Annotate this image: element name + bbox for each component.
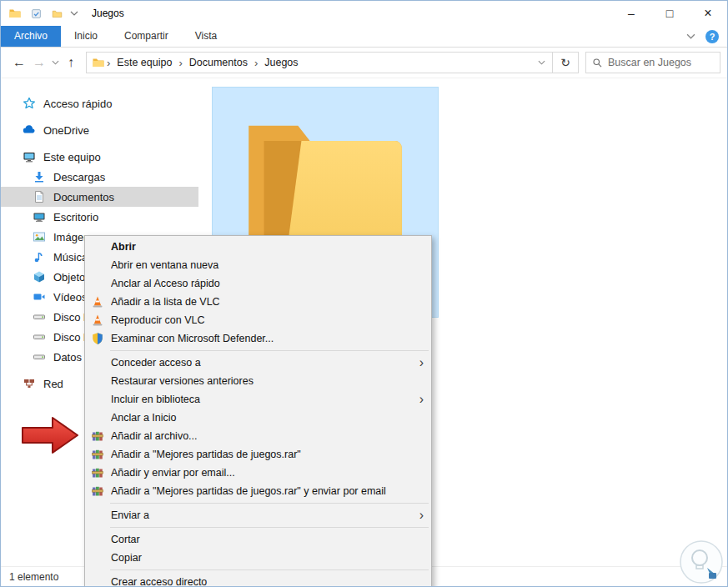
breadcrumb: ›Este equipo›Documentos›Juegos [107, 57, 305, 69]
winrar-icon [90, 429, 105, 443]
menu-item-label: Restaurar versiones anteriores [111, 375, 424, 387]
new-folder-icon[interactable] [49, 7, 64, 20]
menu-item-cortar[interactable]: Cortar [85, 530, 431, 549]
tab-archivo[interactable]: Archivo [1, 26, 61, 47]
menu-item-anadir-a-la-lista-de-vlc[interactable]: Añadir a la lista de VLC [85, 293, 431, 311]
breadcrumb-item-este-equipo[interactable]: Este equipo [110, 57, 178, 68]
drive-icon [33, 330, 46, 344]
qat-dropdown-icon[interactable] [70, 11, 78, 16]
menu-item-restaurar-versiones-anteriores[interactable]: Restaurar versiones anteriores [85, 372, 431, 390]
address-row: ← → ↑ ›Este equipo›Documentos›Juegos ↻ [1, 48, 727, 78]
no-icon [90, 240, 105, 253]
winrar-icon [90, 466, 105, 479]
quick-access-star-icon [23, 97, 36, 110]
history-dropdown-icon[interactable] [49, 60, 61, 65]
collapse-ribbon-icon[interactable] [686, 33, 695, 39]
properties-icon[interactable] [28, 7, 43, 20]
tab-inicio[interactable]: Inicio [61, 26, 111, 47]
folder-icon [92, 56, 107, 69]
menu-item-abrir-en-ventana-nueva[interactable]: Abrir en ventana nueva [85, 256, 431, 274]
vlc-icon [90, 314, 105, 327]
menu-item-label: Anclar a Inicio [111, 412, 424, 424]
menu-item-label: Cortar [111, 534, 424, 545]
maximize-button[interactable]: □ [650, 1, 689, 26]
address-bar[interactable]: ›Este equipo›Documentos›Juegos [86, 52, 553, 73]
sidebar-item-este-equipo[interactable]: Este equipo [1, 147, 198, 167]
menu-item-crear-acceso-directo[interactable]: Crear acceso directo [85, 573, 431, 587]
menu-item-anclar-al-acceso-rapido[interactable]: Anclar al Acceso rápido [85, 274, 431, 293]
network-icon [23, 377, 36, 390]
sidebar-item-documentos[interactable]: Documentos [1, 187, 198, 207]
search-input[interactable] [608, 57, 714, 68]
menu-item-reproducir-con-vlc[interactable]: Reproducir con VLC [85, 311, 431, 329]
vlc-icon [90, 295, 105, 309]
breadcrumb-item-documentos[interactable]: Documentos [183, 57, 254, 68]
no-icon [90, 356, 105, 369]
submenu-arrow-icon: › [419, 356, 424, 369]
help-icon[interactable]: ? [705, 30, 719, 43]
search-box[interactable] [585, 52, 720, 73]
no-icon [90, 374, 105, 388]
objects-3d-icon [33, 270, 46, 283]
videos-icon [33, 290, 46, 304]
minimize-button[interactable]: – [612, 1, 650, 26]
no-icon [90, 575, 105, 587]
sidebar-item-acceso-rapido[interactable]: Acceso rápido [1, 93, 198, 113]
sidebar-item-escritorio[interactable]: Escritorio [1, 207, 198, 227]
sidebar-item-label: Este equipo [43, 151, 101, 163]
sidebar-item-descargas[interactable]: Descargas [1, 167, 198, 187]
no-icon [90, 551, 105, 564]
music-icon [33, 250, 46, 263]
onedrive-cloud-icon [23, 123, 36, 137]
menu-item-label: Abrir [111, 241, 424, 253]
sidebar-item-label: Descargas [53, 171, 105, 183]
no-icon [90, 258, 105, 272]
sidebar-item-label: OneDrive [43, 124, 89, 137]
menu-item-label: Anclar al Acceso rápido [111, 278, 424, 289]
menu-item-conceder-acceso-a[interactable]: Conceder acceso a› [85, 354, 431, 372]
forward-button[interactable]: → [29, 56, 49, 69]
menu-item-anclar-a-inicio[interactable]: Anclar a Inicio [85, 409, 431, 427]
menu-item-label: Enviar a [111, 509, 419, 521]
menu-item-label: Crear acceso directo [111, 576, 424, 587]
downloads-icon [33, 170, 46, 183]
tab-vista[interactable]: Vista [182, 26, 230, 47]
menu-item-anadir-a-mejores-partidas-de-juegos-rar-y-enviar-por-email[interactable]: Añadir a "Mejores partidas de juegos.rar… [85, 482, 431, 500]
menu-separator [110, 527, 429, 528]
menu-item-enviar-a[interactable]: Enviar a› [85, 506, 431, 524]
no-icon [90, 393, 105, 406]
solvetic-watermark [679, 539, 724, 584]
no-icon [90, 277, 105, 290]
drive-icon [33, 350, 46, 364]
up-button[interactable]: ↑ [61, 56, 81, 69]
refresh-button[interactable]: ↻ [553, 52, 579, 73]
desktop-icon [33, 210, 46, 223]
breadcrumb-item-juegos[interactable]: Juegos [258, 57, 304, 68]
menu-item-label: Añadir al archivo... [111, 430, 424, 442]
context-menu: AbrirAbrir en ventana nuevaAnclar al Acc… [84, 235, 432, 587]
menu-item-label: Añadir y enviar por email... [111, 467, 424, 479]
menu-item-label: Incluir en biblioteca [111, 394, 419, 405]
search-icon [592, 58, 603, 68]
sidebar-item-onedrive[interactable]: OneDrive [1, 120, 198, 140]
winrar-icon [90, 448, 105, 461]
menu-item-incluir-en-biblioteca[interactable]: Incluir en biblioteca› [85, 390, 431, 409]
documents-icon [33, 190, 46, 203]
pictures-icon [33, 230, 46, 243]
menu-item-anadir-a-mejores-partidas-de-juegos-rar[interactable]: Añadir a "Mejores partidas de juegos.rar… [85, 445, 431, 464]
close-button[interactable]: × [689, 1, 727, 26]
address-dropdown-icon[interactable] [538, 60, 547, 65]
menu-item-abrir[interactable]: Abrir [85, 238, 431, 256]
menu-item-anadir-al-archivo[interactable]: Añadir al archivo... [85, 427, 431, 445]
menu-item-label: Añadir a "Mejores partidas de juegos.rar… [111, 485, 424, 497]
winrar-icon [90, 484, 105, 498]
title-bar: Juegos –□× [1, 1, 727, 26]
menu-item-anadir-y-enviar-por-email[interactable]: Añadir y enviar por email... [85, 464, 431, 482]
menu-item-label: Añadir a la lista de VLC [111, 296, 424, 308]
menu-separator [110, 503, 429, 504]
menu-item-examinar-con-microsoft-defender[interactable]: Examinar con Microsoft Defender... [85, 329, 431, 348]
tab-compartir[interactable]: Compartir [111, 26, 182, 47]
back-button[interactable]: ← [9, 56, 29, 69]
menu-item-label: Conceder acceso a [111, 357, 419, 369]
menu-item-copiar[interactable]: Copiar [85, 549, 431, 567]
